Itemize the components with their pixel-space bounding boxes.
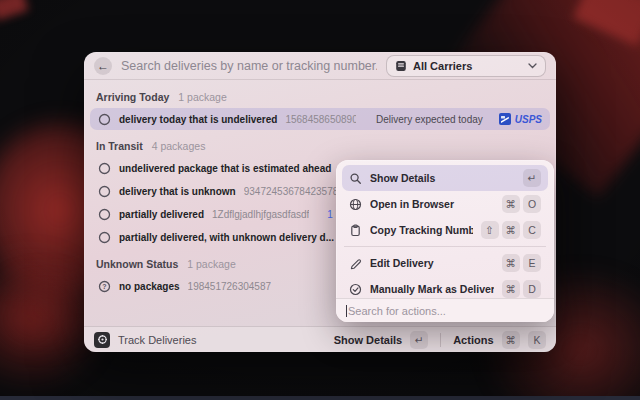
tracking-number: 156845865089045685454467 [285,114,356,125]
progress-circle-icon [98,113,111,126]
delivery-eta-text: Delivery expected today [376,114,483,125]
primary-action-label[interactable]: Show Details [334,334,402,346]
carrier-badge: USPS [499,113,542,125]
carriers-box-icon [395,60,407,72]
tracking-number: 198451726304587 [188,281,271,292]
return-key-badge: ↵ [523,169,541,187]
divider [440,333,441,347]
magnifier-icon [349,172,362,185]
menu-item-label: Edit Delivery [370,257,494,269]
menu-item-mark-as-delivered[interactable]: Manually Mark as Delivered ⌘ D [342,276,548,298]
extension-icon [94,332,110,348]
eta-accessory: 1 [327,209,333,220]
screen-bottom-bar [0,396,640,400]
progress-circle-icon [98,185,111,198]
clipboard-icon [349,224,362,237]
delivery-title: no packages [119,281,180,292]
back-button[interactable]: ← [94,57,112,75]
actions-menu: Show Details ↵ Open in Browser ⌘ O Copy … [336,160,554,322]
actions-search-input[interactable]: Search for actions... [336,298,554,322]
carrier-dropdown-label: All Carriers [413,60,522,72]
back-arrow-icon: ← [97,59,109,73]
carrier-dropdown[interactable]: All Carriers [386,55,546,77]
menu-item-copy-tracking-number[interactable]: Copy Tracking Number ⇧ ⌘ C [342,217,548,243]
text-cursor [346,305,347,317]
search-header: ← Search deliveries by name or tracking … [84,52,556,80]
menu-item-show-details[interactable]: Show Details ↵ [342,165,548,191]
progress-circle-icon [98,231,111,244]
section-count: 4 packages [152,140,206,152]
menu-item-edit-delivery[interactable]: Edit Delivery ⌘ E [342,250,548,276]
cmd-key-badge: ⌘ [502,254,521,272]
return-key-badge: ↵ [410,331,428,349]
section-title: Arriving Today [96,91,169,103]
section-count: 1 package [187,258,235,270]
actions-menu-list: Show Details ↵ Open in Browser ⌘ O Copy … [336,160,554,298]
cmd-key-badge: ⌘ [502,221,521,239]
k-key-badge: K [528,331,546,349]
globe-icon [349,198,362,211]
tracking-number: 1Zdflgjadlhjfgasdfasdf [212,209,309,220]
c-key-badge: C [523,221,541,239]
extension-name: Track Deliveries [118,334,326,346]
progress-circle-icon [98,208,111,221]
usps-logo-icon [499,113,511,125]
actions-search-placeholder: Search for actions... [348,305,446,317]
action-bar: Track Deliveries Show Details ↵ Actions … [84,326,556,352]
cmd-key-badge: ⌘ [502,280,521,298]
menu-divider [344,246,546,247]
delivery-title: undelivered package that is estimated ah… [119,163,331,174]
menu-item-label: Show Details [370,172,515,184]
chevron-down-icon [528,63,537,69]
carrier-name: USPS [515,114,542,125]
e-key-badge: E [523,254,541,272]
search-input[interactable]: Search deliveries by name or tracking nu… [121,59,377,73]
delivery-title: partially delivered, with unknown delive… [119,232,334,243]
menu-item-label: Open in Browser [370,198,494,210]
svg-text:?: ? [102,283,106,290]
d-key-badge: D [523,280,541,298]
check-circle-icon [349,283,362,296]
menu-item-open-in-browser[interactable]: Open in Browser ⌘ O [342,191,548,217]
menu-item-label: Manually Mark as Delivered [370,283,494,295]
cmd-key-badge: ⌘ [502,195,521,213]
delivery-title: delivery that is unknown [119,186,236,197]
section-title: Unknown Status [96,258,178,270]
question-circle-icon: ? [98,280,111,293]
delivery-title: partially delivered [119,209,204,220]
menu-item-label: Copy Tracking Number [370,224,473,236]
actions-button[interactable]: Actions [453,334,493,346]
section-count: 1 package [178,91,226,103]
section-title: In Transit [96,140,143,152]
delivery-row-undelivered-today[interactable]: delivery today that is undelivered 15684… [90,108,550,130]
pencil-icon [349,257,362,270]
progress-circle-icon [98,162,111,175]
shift-key-badge: ⇧ [481,221,499,239]
delivery-title: delivery today that is undelivered [119,114,277,125]
section-in-transit: In Transit 4 packages [90,131,550,156]
section-arriving-today: Arriving Today 1 package [90,82,550,107]
cmd-key-badge: ⌘ [502,331,521,349]
o-key-badge: O [523,195,541,213]
